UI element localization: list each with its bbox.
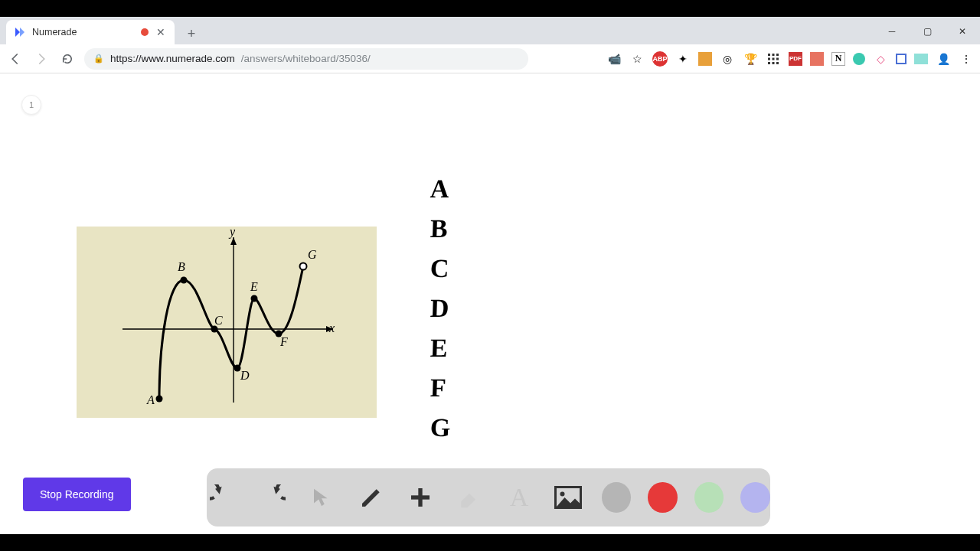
close-tab-icon[interactable]: ✕ bbox=[155, 26, 167, 38]
ext-icon-8[interactable] bbox=[914, 54, 928, 64]
handwritten-C: C bbox=[430, 256, 452, 282]
handwritten-E: E bbox=[430, 335, 452, 361]
url-path: /answers/whiteboard/35036/ bbox=[241, 53, 371, 64]
x-axis-label: x bbox=[328, 321, 335, 334]
ext-icon-4[interactable] bbox=[810, 52, 824, 66]
stop-recording-button[interactable]: Stop Recording bbox=[23, 478, 131, 511]
select-tool[interactable] bbox=[305, 481, 338, 514]
svg-rect-5 bbox=[776, 57, 779, 60]
undo-button[interactable] bbox=[207, 481, 239, 514]
handwritten-F: F bbox=[430, 375, 452, 401]
notion-icon[interactable]: N bbox=[831, 52, 845, 66]
graph-figure: y x A B C D E F G bbox=[77, 227, 377, 418]
point-label-F: F bbox=[279, 335, 288, 348]
redo-button[interactable] bbox=[256, 481, 288, 514]
ext-icon-1[interactable]: ✦ bbox=[675, 51, 691, 67]
svg-rect-1 bbox=[773, 54, 775, 56]
svg-marker-21 bbox=[273, 487, 280, 494]
forward-button[interactable] bbox=[32, 50, 51, 68]
svg-rect-8 bbox=[776, 62, 779, 64]
page-number[interactable]: 1 bbox=[21, 95, 41, 115]
image-tool[interactable] bbox=[552, 481, 584, 514]
url-host: https://www.numerade.com bbox=[110, 53, 235, 64]
browser-tab[interactable]: Numerade ✕ bbox=[6, 20, 175, 44]
point-label-E: E bbox=[250, 280, 258, 293]
handwritten-A: A bbox=[430, 176, 452, 202]
add-tool[interactable] bbox=[404, 481, 436, 514]
color-red[interactable] bbox=[648, 482, 678, 513]
handwritten-list: A B C D E F G bbox=[430, 176, 451, 455]
svg-rect-4 bbox=[773, 57, 775, 60]
y-axis-label: y bbox=[228, 227, 236, 239]
maximize-button[interactable]: ▢ bbox=[910, 18, 945, 44]
ext-icon-6[interactable]: ◇ bbox=[873, 51, 888, 67]
recording-indicator-icon bbox=[141, 28, 149, 36]
svg-rect-3 bbox=[768, 57, 770, 60]
tab-strip: Numerade ✕ + ─ ▢ ✕ bbox=[0, 17, 980, 44]
pen-tool[interactable] bbox=[354, 481, 387, 514]
camera-icon[interactable]: 📹 bbox=[606, 51, 622, 67]
point-label-G: G bbox=[308, 248, 317, 261]
svg-point-13 bbox=[156, 396, 163, 403]
lock-icon: 🔒 bbox=[93, 54, 104, 64]
apps-icon[interactable] bbox=[766, 51, 781, 67]
address-bar[interactable]: 🔒 https://www.numerade.com/answers/white… bbox=[84, 48, 528, 70]
color-gray[interactable] bbox=[602, 482, 632, 513]
svg-point-14 bbox=[181, 277, 188, 284]
ext-icon-2[interactable] bbox=[698, 52, 712, 66]
browser-window: Numerade ✕ + ─ ▢ ✕ 🔒 https://www.numerad… bbox=[0, 17, 980, 534]
menu-icon[interactable]: ⋮ bbox=[959, 51, 974, 67]
whiteboard-content: 1 y x A B bbox=[0, 73, 980, 534]
point-label-D: D bbox=[240, 369, 250, 382]
ext-icon-5[interactable] bbox=[853, 53, 865, 65]
profile-icon[interactable]: 👤 bbox=[936, 51, 951, 67]
window-controls: ─ ▢ ✕ bbox=[874, 18, 980, 44]
handwritten-G: G bbox=[430, 415, 452, 441]
svg-point-19 bbox=[300, 263, 307, 270]
svg-rect-7 bbox=[773, 62, 775, 64]
svg-rect-6 bbox=[768, 62, 770, 64]
back-button[interactable] bbox=[6, 50, 24, 68]
handwritten-D: D bbox=[430, 295, 452, 321]
new-tab-button[interactable]: + bbox=[181, 23, 202, 44]
trophy-icon[interactable]: 🏆 bbox=[743, 51, 758, 67]
ext-icon-3[interactable]: ◎ bbox=[720, 51, 735, 67]
color-green[interactable] bbox=[694, 482, 724, 513]
svg-rect-0 bbox=[768, 54, 770, 56]
reload-button[interactable] bbox=[58, 50, 77, 68]
svg-rect-2 bbox=[776, 54, 779, 56]
close-window-button[interactable]: ✕ bbox=[945, 18, 980, 44]
svg-point-25 bbox=[560, 492, 565, 497]
svg-rect-23 bbox=[411, 495, 430, 499]
tab-title: Numerade bbox=[32, 27, 135, 37]
eraser-tool[interactable] bbox=[453, 481, 485, 514]
point-label-B: B bbox=[178, 260, 185, 273]
whiteboard-toolbar: A bbox=[207, 468, 770, 527]
svg-marker-20 bbox=[215, 487, 222, 494]
site-favicon bbox=[14, 26, 26, 38]
point-label-C: C bbox=[214, 314, 223, 327]
pdf-icon[interactable]: PDF bbox=[789, 52, 802, 66]
browser-toolbar: 🔒 https://www.numerade.com/answers/white… bbox=[0, 44, 980, 73]
handwritten-B: B bbox=[430, 216, 452, 242]
svg-marker-12 bbox=[230, 237, 237, 245]
color-blue[interactable] bbox=[740, 482, 770, 513]
star-icon[interactable]: ☆ bbox=[629, 51, 645, 67]
ext-icon-7[interactable] bbox=[896, 54, 906, 64]
point-label-A: A bbox=[146, 393, 155, 406]
svg-point-17 bbox=[251, 295, 258, 302]
minimize-button[interactable]: ─ bbox=[874, 18, 910, 44]
text-tool[interactable]: A bbox=[503, 481, 535, 514]
adblock-icon[interactable]: ABP bbox=[652, 51, 668, 67]
extension-icons: 📹 ☆ ABP ✦ ◎ 🏆 PDF N ◇ 👤 ⋮ bbox=[606, 51, 974, 67]
